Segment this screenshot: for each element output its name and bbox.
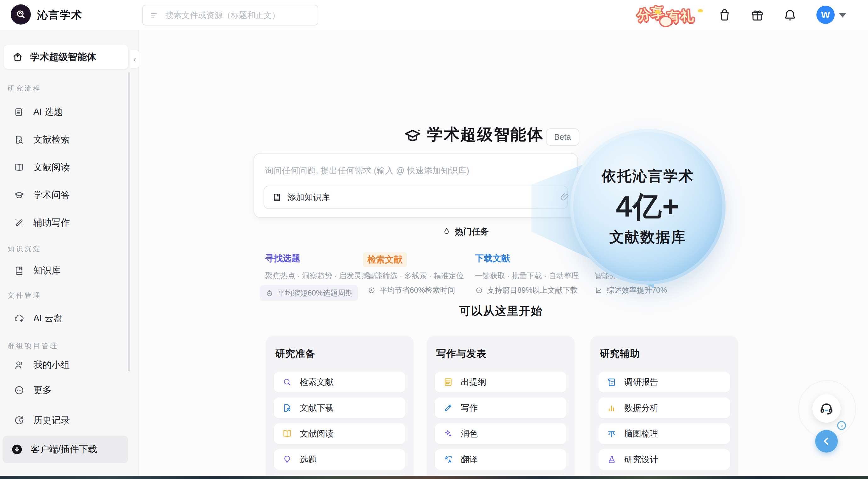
search-input[interactable] [165, 10, 311, 21]
close-icon[interactable]: × [837, 421, 846, 430]
store-bag-button[interactable] [718, 8, 732, 22]
hot-task-stat-text: 平均缩短60%选题周期 [277, 288, 353, 298]
hot-tasks-heading: 热门任务 [442, 226, 489, 237]
clock-icon [367, 286, 376, 295]
list-item-label: 研究设计 [624, 454, 658, 465]
search-icon [282, 377, 292, 387]
list-item-data-analysis[interactable]: 数据分析 [598, 397, 730, 418]
sidebar-item-label: 客户端/插件下载 [31, 443, 97, 456]
brand-name: 沁言学术 [37, 0, 83, 30]
open-book-icon [282, 429, 292, 439]
doc-search-icon [14, 134, 25, 145]
sidebar-item-my-groups[interactable]: 我的小组 [4, 351, 125, 379]
sidebar-item-ai-topic[interactable]: AI 选题 [4, 98, 125, 126]
hot-tasks-label: 热门任务 [455, 226, 489, 237]
sidebar-item-label: 文献检索 [33, 133, 70, 146]
hot-task-stat-text: 支持篇目89%以上文献下载 [487, 285, 578, 295]
pencil-sparkle-icon [14, 217, 25, 228]
history-clock-icon [14, 415, 25, 426]
card-title: 写作与发表 [436, 347, 575, 360]
list-item-literature-reading[interactable]: 文献阅读 [274, 423, 405, 444]
list-item-writing[interactable]: 写作 [435, 397, 566, 418]
hot-task-stat: 综述效率提升70% [594, 285, 667, 295]
bubble-line1: 依托沁言学术 [601, 167, 694, 186]
list-item-label: 写作 [461, 402, 478, 414]
sidebar-scrollbar[interactable] [128, 72, 130, 371]
main-content: 学术超级智能体 Beta 询问任何问题, 提出任何需求 (输入 @ 快速添加知识… [138, 30, 868, 479]
sidebar-item-super-agent[interactable]: 学术超级智能体 [4, 45, 128, 69]
home-plus-icon [12, 51, 23, 63]
list-item-label: 调研报告 [624, 377, 658, 388]
stopwatch-icon [265, 289, 274, 297]
list-item-label: 文献下载 [300, 402, 334, 414]
prompt-input[interactable]: 询问任何问题, 提出任何需求 (输入 @ 快速添加知识库) 添加知识库 [253, 153, 578, 218]
account-menu-caret[interactable] [839, 13, 846, 18]
list-item-translate[interactable]: 翻译 [435, 449, 566, 470]
pencil-icon [443, 403, 453, 413]
list-item-label: 脑图梳理 [624, 428, 658, 439]
hot-task-title: 检索文献 [367, 252, 474, 266]
list-item-label: 出提纲 [461, 377, 486, 388]
list-item-mindmap[interactable]: 脑图梳理 [598, 423, 730, 444]
target-icon [475, 286, 484, 295]
grad-cap-hero-icon [403, 126, 422, 145]
share-gift-badge[interactable]: 分享 有礼 [637, 4, 695, 26]
sidebar-item-more[interactable]: 更多 [4, 377, 125, 404]
ellipsis-circle-icon [14, 385, 25, 396]
sidebar-item-label: 辅助写作 [33, 216, 70, 229]
add-kb-label: 添加知识库 [287, 192, 330, 203]
list-item-label: 选题 [300, 454, 317, 465]
cloud-sparkle-icon [14, 313, 25, 324]
notifications-button[interactable] [783, 8, 797, 22]
sidebar-item-history[interactable]: 历史记录 [4, 407, 125, 434]
sidebar-item-academic-qa[interactable]: 学术问答 [4, 181, 125, 209]
page-title: 学术超级智能体 [427, 124, 544, 145]
gift-button[interactable] [750, 8, 764, 22]
brand-logo[interactable] [11, 4, 31, 25]
sidebar-item-knowledge-base[interactable]: 知识库 [4, 257, 125, 285]
hot-task-search-literature[interactable]: 检索文献 智能筛选 · 多线索 · 精准定位 平均节省60%检索时间 [367, 252, 474, 296]
list-item-outline[interactable]: 出提纲 [435, 372, 566, 392]
list-item-survey-report[interactable]: 调研报告 [598, 372, 730, 392]
sidebar-item-literature-reading[interactable]: 文献阅读 [4, 154, 125, 181]
trend-chart-icon [594, 286, 603, 295]
sidebar-item-label: 学术问答 [33, 189, 70, 202]
book-icon [272, 192, 282, 202]
hot-task-stat: 平均节省60%检索时间 [367, 285, 455, 295]
list-item-label: 检索文献 [300, 377, 334, 388]
list-item-polish[interactable]: 润色 [435, 423, 566, 444]
sidebar-item-ai-cloud[interactable]: AI 云盘 [4, 305, 125, 332]
global-search[interactable] [142, 5, 318, 26]
list-item-research-design[interactable]: 研究设计 [598, 449, 730, 470]
collapse-panel-button[interactable] [815, 430, 838, 453]
grad-cap-icon [14, 190, 25, 201]
list-item-topic-selection[interactable]: 选题 [274, 449, 405, 470]
section-label-files: 文件管理 [7, 291, 41, 300]
sidebar-item-label: AI 选题 [33, 106, 63, 118]
hot-task-stat: 支持篇目89%以上文献下载 [475, 285, 578, 295]
hot-task-subtitle: 聚焦热点 · 洞察趋势 · 启发灵感 [265, 271, 372, 281]
section-label-research-flow: 研究流程 [7, 84, 41, 93]
open-book-icon [14, 162, 25, 173]
hot-task-subtitle: 智能筛选 · 多线索 · 精准定位 [367, 271, 474, 281]
hot-task-download-literature[interactable]: 下载文献 一键获取 · 批量下载 · 自动整理 支持篇目89%以上文献下载 [475, 252, 582, 296]
sidebar-collapse-button[interactable]: ‹ [130, 50, 139, 69]
add-knowledge-base-button[interactable]: 添加知识库 [264, 186, 568, 209]
mindmap-icon [607, 429, 617, 439]
filter-icon[interactable] [150, 10, 159, 20]
sidebar-item-client-download[interactable]: 客户端/插件下载 [2, 436, 128, 463]
sidebar-item-label: 更多 [33, 384, 52, 396]
user-avatar[interactable]: W [816, 6, 835, 24]
sidebar-item-assisted-writing[interactable]: 辅助写作 [4, 209, 125, 237]
sidebar-item-literature-search[interactable]: 文献检索 [4, 126, 125, 154]
sidebar-home-label: 学术超级智能体 [30, 51, 96, 64]
bell-icon [783, 8, 797, 22]
hot-task-find-topic[interactable]: 寻找选题 聚焦热点 · 洞察趋势 · 启发灵感 平均缩短60%选题周期 [265, 252, 372, 301]
list-item-search-literature[interactable]: 检索文献 [274, 372, 405, 392]
section-label-knowledge: 知识沉淀 [7, 244, 41, 254]
list-item-label: 翻译 [461, 454, 478, 465]
hot-task-subtitle: 一键获取 · 批量下载 · 自动整理 [475, 271, 582, 281]
customer-service-button[interactable] [812, 394, 841, 423]
list-item-literature-download[interactable]: 文献下载 [274, 397, 405, 418]
card-title: 研究准备 [275, 347, 413, 360]
